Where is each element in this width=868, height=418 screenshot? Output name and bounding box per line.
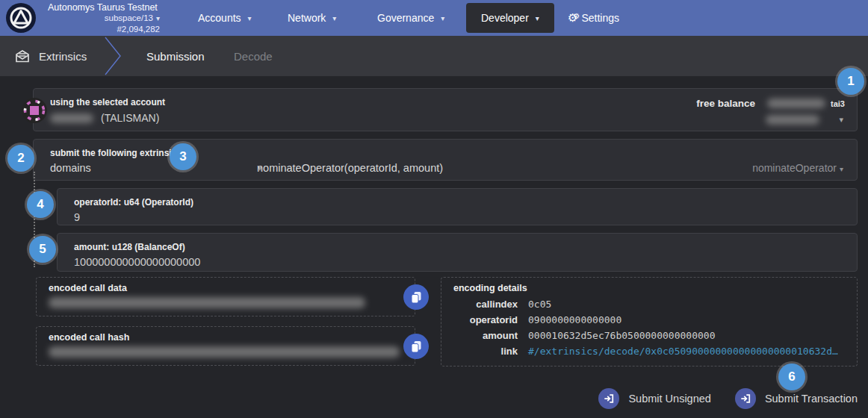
sign-in-icon [735, 388, 756, 409]
gear-icon: ⚙⚙ [568, 11, 575, 25]
param-amount-box: amount: u128 (BalanceOf) 100000000000000… [57, 233, 858, 272]
copy-icon [411, 340, 422, 353]
param-operatorid-input[interactable]: 9 [74, 211, 80, 223]
callindex-label: callindex [453, 299, 518, 310]
chevron-down-icon: ▾ [840, 165, 843, 173]
autonomys-logo[interactable] [6, 3, 36, 33]
account-name-redacted [50, 113, 93, 123]
menu-developer-active[interactable]: Developer▾ [466, 3, 554, 33]
amount-label: amount [453, 330, 518, 341]
menu-governance[interactable]: Governance▾ [377, 0, 444, 36]
chevron-down-icon: ▾ [248, 14, 252, 22]
annotation-step-3: 3 [170, 143, 196, 170]
account-select-label: using the selected account [50, 97, 165, 107]
balance-unit: tai3 [831, 99, 845, 108]
actions-row: Submit Unsigned Submit Transaction [598, 388, 858, 409]
menu-accounts[interactable]: Accounts▾ [198, 0, 252, 36]
free-balance-label: free balance [696, 98, 755, 109]
encoded-call-data-redacted [49, 297, 365, 308]
tab-submission[interactable]: Submission [146, 36, 205, 76]
param-amount-input[interactable]: 100000000000000000000 [74, 256, 200, 268]
annotation-step-5: 5 [29, 236, 56, 263]
envelope-open-icon [15, 50, 30, 63]
annotation-step-4: 4 [27, 191, 54, 218]
param-operatorid-box: operatorId: u64 (OperatorId) 9 [57, 188, 858, 225]
chevron-down-icon: ▾ [156, 14, 160, 22]
account-dropdown-caret[interactable]: ▾ [839, 115, 843, 125]
link-label: link [453, 346, 518, 357]
amount-value: 000010632d5ec76b0500000000000000 [528, 330, 838, 341]
operatorid-label: operatorid [453, 314, 518, 325]
account-select-box: using the selected account (TALISMAN) fr… [33, 88, 858, 131]
encoded-call-hash-label: encoded call hash [49, 332, 129, 343]
method-select[interactable]: nominateOperator▾ [752, 162, 843, 174]
param-operatorid-label: operatorId: u64 (OperatorId) [74, 197, 193, 208]
chevron-down-icon: ▾ [441, 14, 444, 22]
annotation-step-6: 6 [778, 364, 805, 390]
encoded-call-hash-redacted [49, 346, 400, 358]
chain-selector[interactable]: subspace/13▾ [48, 13, 160, 24]
copy-call-hash-button[interactable] [403, 334, 429, 359]
section-title: Extrinsics [39, 50, 87, 63]
annotation-step-1: 1 [837, 68, 864, 95]
callindex-value: 0c05 [528, 299, 838, 310]
submit-transaction-button[interactable]: Submit Transaction [735, 388, 858, 409]
annotation-step-2: 2 [7, 145, 34, 172]
free-balance-value-redacted [767, 99, 825, 108]
page-tab-bar: Extrinsics Submission Decode [0, 36, 868, 76]
menu-network[interactable]: Network▾ [288, 0, 336, 36]
encoded-call-data-box: encoded call data [36, 277, 415, 316]
network-name: Autonomys Taurus Testnet [48, 2, 160, 13]
encoding-details-title: encoding details [453, 283, 527, 293]
best-block-number[interactable]: #2,094,282 [48, 24, 160, 34]
extrinsics-section: Extrinsics [15, 36, 87, 76]
chevron-down-icon: ▾ [536, 14, 539, 22]
submit-unsigned-button[interactable]: Submit Unsigned [598, 388, 710, 409]
chevron-down-icon: ▾ [332, 14, 336, 22]
copy-icon [411, 291, 422, 304]
menu-settings[interactable]: ⚙⚙Settings [568, 0, 619, 36]
decode-link[interactable]: #/extrinsics/decode/0x0c0509000000000000… [528, 346, 838, 357]
secondary-balance-redacted [766, 115, 819, 125]
extrinsic-select-box: submit the following extrinsic domains ▾… [33, 139, 858, 181]
extrinsic-select-label: submit the following extrinsic [50, 148, 176, 158]
param-amount-label: amount: u128 (BalanceOf) [74, 242, 185, 252]
tab-divider-chevron [103, 36, 124, 79]
tab-decode[interactable]: Decode [234, 36, 273, 76]
copy-call-data-button[interactable] [403, 284, 429, 310]
account-identicon[interactable] [22, 98, 47, 123]
operatorid-value: 0900000000000000 [528, 314, 838, 325]
top-navigation-bar: Autonomys Taurus Testnet subspace/13▾ #2… [0, 0, 868, 36]
call-signature: nominateOperator(operatorId, amount) [257, 162, 443, 174]
account-source-suffix: (TALISMAN) [101, 112, 159, 124]
sign-in-icon [598, 388, 619, 409]
pallet-select[interactable]: domains [50, 162, 91, 174]
encoded-call-hash-box: encoded call hash [36, 326, 415, 366]
encoding-details-box: encoding details callindex 0c05 operator… [441, 277, 858, 366]
encoded-call-data-label: encoded call data [49, 283, 127, 293]
